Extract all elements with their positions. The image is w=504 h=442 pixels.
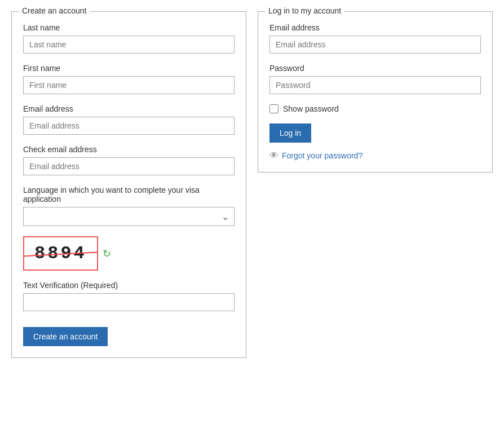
show-password-row: Show password bbox=[269, 104, 481, 113]
first-name-label: First name bbox=[23, 64, 235, 73]
login-panel-title: Log in to my account bbox=[265, 6, 344, 15]
language-select[interactable] bbox=[23, 207, 235, 226]
check-email-input[interactable] bbox=[23, 157, 235, 175]
captcha-container: 8894 ↻ bbox=[23, 236, 235, 271]
verification-input[interactable] bbox=[23, 293, 235, 311]
captcha-group: 8894 ↻ bbox=[23, 236, 235, 271]
create-account-title: Create an account bbox=[19, 6, 90, 15]
language-label: Language in which you want to complete y… bbox=[23, 185, 235, 204]
email-group: Email address bbox=[23, 104, 235, 135]
login-email-label: Email address bbox=[269, 23, 481, 32]
check-email-label: Check email address bbox=[23, 145, 235, 154]
login-email-input[interactable] bbox=[269, 36, 481, 54]
page-container: Create an account Last name First name E… bbox=[6, 6, 498, 364]
forgot-password-row: 👁 Forgot your password? bbox=[269, 151, 481, 161]
email-label: Email address bbox=[23, 104, 235, 113]
last-name-input[interactable] bbox=[23, 36, 235, 54]
captcha-refresh-icon[interactable]: ↻ bbox=[103, 247, 111, 260]
last-name-label: Last name bbox=[23, 23, 235, 32]
login-panel: Log in to my account Email address Passw… bbox=[258, 11, 493, 173]
eye-icon: 👁 bbox=[269, 151, 278, 161]
login-email-group: Email address bbox=[269, 23, 481, 54]
first-name-group: First name bbox=[23, 64, 235, 94]
language-group: Language in which you want to complete y… bbox=[23, 185, 235, 226]
last-name-group: Last name bbox=[23, 23, 235, 54]
email-input[interactable] bbox=[23, 117, 235, 135]
password-input[interactable] bbox=[269, 76, 481, 94]
show-password-checkbox[interactable] bbox=[269, 104, 278, 113]
create-account-panel: Create an account Last name First name E… bbox=[11, 11, 246, 358]
forgot-password-link[interactable]: Forgot your password? bbox=[282, 151, 362, 160]
language-select-wrapper: ⌄ bbox=[23, 207, 235, 226]
password-label: Password bbox=[269, 64, 481, 73]
captcha-image: 8894 bbox=[23, 236, 98, 271]
verification-group: Text Verification (Required) bbox=[23, 281, 235, 311]
login-button[interactable]: Log in bbox=[269, 123, 311, 143]
create-account-button[interactable]: Create an account bbox=[23, 327, 108, 346]
check-email-group: Check email address bbox=[23, 145, 235, 175]
show-password-label[interactable]: Show password bbox=[283, 104, 339, 113]
verification-label: Text Verification (Required) bbox=[23, 281, 235, 290]
first-name-input[interactable] bbox=[23, 76, 235, 94]
password-group: Password bbox=[269, 64, 481, 94]
